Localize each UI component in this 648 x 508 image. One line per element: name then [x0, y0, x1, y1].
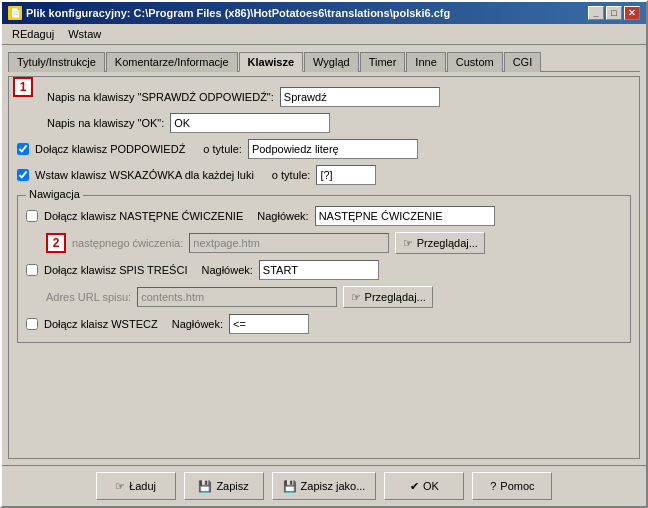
close-button[interactable]: ✕	[624, 6, 640, 20]
back-row: Dołącz klaisz WSTECZ Nagłówek:	[26, 314, 622, 334]
tab-inne[interactable]: Inne	[406, 52, 445, 72]
saveas-button[interactable]: 💾 Zapisz jako...	[272, 472, 377, 500]
next-exercise-checkbox[interactable]	[26, 210, 38, 222]
tab-klawisze[interactable]: Klawisze	[239, 52, 303, 72]
clue-label: Wstaw klawisz WSKAZÓWKA dla każdej luki	[35, 169, 254, 181]
next-header-input[interactable]	[315, 206, 495, 226]
saveas-label: Zapisz jako...	[301, 480, 366, 492]
back-header-label: Nagłówek:	[172, 318, 223, 330]
ok-button-input[interactable]	[170, 113, 330, 133]
tab-timer[interactable]: Timer	[360, 52, 406, 72]
maximize-button[interactable]: □	[606, 6, 622, 20]
next-header-label: Nagłówek:	[257, 210, 308, 222]
saveas-icon: 💾	[283, 480, 297, 493]
hint-row: Dołącz klawisz PODPOWIEDŹ o tytule:	[17, 139, 631, 159]
check-answer-row: Napis na klawiszy "SPRAWDŹ ODPOWIEDŹ":	[47, 87, 631, 107]
next-browse-icon: ☞	[403, 237, 413, 250]
tab-tytuly[interactable]: Tytuły/Instrukcje	[8, 52, 105, 72]
window-title: Plik konfiguracyjny: C:\Program Files (x…	[26, 7, 450, 19]
load-icon: ☞	[115, 480, 125, 493]
tabs-row: Tytuły/Instrukcje Komentarze/Informacje …	[8, 51, 640, 72]
tab-custom[interactable]: Custom	[447, 52, 503, 72]
navigation-group: Nawigacja Dołącz klawisz NASTĘPNE ĆWICZE…	[17, 195, 631, 343]
next-url-label: następnego ćwiczenia:	[72, 237, 183, 249]
save-button[interactable]: 💾 Zapisz	[184, 472, 264, 500]
next-url-row: 2 następnego ćwiczenia: ☞ ☞ Przeglądaj..…	[46, 232, 622, 254]
check-answer-input[interactable]	[280, 87, 440, 107]
back-checkbox[interactable]	[26, 318, 38, 330]
help-button[interactable]: ? Pomoc	[472, 472, 552, 500]
help-icon: ?	[490, 480, 496, 492]
load-button[interactable]: ☞ Ładuj	[96, 472, 176, 500]
next-browse-button[interactable]: ☞ ☞ Przeglądaj... Przeglądaj...	[395, 232, 485, 254]
menu-bar: REdaguj Wstaw	[2, 24, 646, 45]
ok-button-label: Napis na klawiszy "OK":	[47, 117, 164, 129]
next-exercise-label: Dołącz klawisz NASTĘPNE ĆWICZENIE	[44, 210, 243, 222]
hint-checkbox[interactable]	[17, 143, 29, 155]
app-icon: 📄	[8, 6, 22, 20]
menu-redaguj[interactable]: REdaguj	[6, 26, 60, 42]
hint-title-input[interactable]	[248, 139, 418, 159]
tab-wyglad[interactable]: Wygląd	[304, 52, 359, 72]
next-url-input[interactable]	[189, 233, 389, 253]
save-label: Zapisz	[216, 480, 248, 492]
clue-row: Wstaw klawisz WSKAZÓWKA dla każdej luki …	[17, 165, 631, 185]
ok-button[interactable]: ✔ OK	[384, 472, 464, 500]
contents-browse-icon: ☞	[351, 291, 361, 304]
load-label: Ładuj	[129, 480, 156, 492]
contents-row: Dołącz klawisz SPIS TREŚCI Nagłówek:	[26, 260, 622, 280]
content-area: Tytuły/Instrukcje Komentarze/Informacje …	[2, 45, 646, 465]
annotation-badge-1: 1	[13, 77, 33, 97]
save-icon: 💾	[198, 480, 212, 493]
check-answer-label: Napis na klawiszy "SPRAWDŹ ODPOWIEDŹ":	[47, 91, 274, 103]
annotation-badge-2: 2	[46, 233, 66, 253]
contents-header-label: Nagłówek:	[201, 264, 252, 276]
ok-icon: ✔	[410, 480, 419, 493]
contents-checkbox[interactable]	[26, 264, 38, 276]
back-label: Dołącz klaisz WSTECZ	[44, 318, 158, 330]
contents-browse-button[interactable]: ☞ Przeglądaj...	[343, 286, 433, 308]
ok-button-row: Napis na klawiszy "OK":	[47, 113, 631, 133]
back-header-input[interactable]	[229, 314, 309, 334]
clue-title-label: o tytule:	[272, 169, 311, 181]
contents-url-label: Adres URL spisu:	[46, 291, 131, 303]
main-panel: 1 Napis na klawiszy "SPRAWDŹ ODPOWIEDŹ":…	[8, 76, 640, 459]
hint-title-label: o tytule:	[203, 143, 242, 155]
bottom-bar: ☞ Ładuj 💾 Zapisz 💾 Zapisz jako... ✔ OK ?…	[2, 465, 646, 506]
ok-button-label: OK	[423, 480, 439, 492]
title-bar: 📄 Plik konfiguracyjny: C:\Program Files …	[2, 2, 646, 24]
menu-wstaw[interactable]: Wstaw	[62, 26, 107, 42]
minimize-button[interactable]: _	[588, 6, 604, 20]
hint-label: Dołącz klawisz PODPOWIEDŹ	[35, 143, 185, 155]
contents-header-input[interactable]	[259, 260, 379, 280]
navigation-group-label: Nawigacja	[26, 188, 83, 200]
contents-label: Dołącz klawisz SPIS TREŚCI	[44, 264, 187, 276]
contents-url-row: Adres URL spisu: ☞ Przeglądaj...	[46, 286, 622, 308]
title-bar-controls: _ □ ✕	[588, 6, 640, 20]
clue-checkbox[interactable]	[17, 169, 29, 181]
next-exercise-row: Dołącz klawisz NASTĘPNE ĆWICZENIE Nagłów…	[26, 206, 622, 226]
tab-komentarze[interactable]: Komentarze/Informacje	[106, 52, 238, 72]
tab-cgi[interactable]: CGI	[504, 52, 542, 72]
main-window: 📄 Plik konfiguracyjny: C:\Program Files …	[0, 0, 648, 508]
clue-title-input[interactable]	[316, 165, 376, 185]
contents-url-input[interactable]	[137, 287, 337, 307]
navigation-content: Dołącz klawisz NASTĘPNE ĆWICZENIE Nagłów…	[26, 206, 622, 334]
title-bar-left: 📄 Plik konfiguracyjny: C:\Program Files …	[8, 6, 450, 20]
help-label: Pomoc	[500, 480, 534, 492]
